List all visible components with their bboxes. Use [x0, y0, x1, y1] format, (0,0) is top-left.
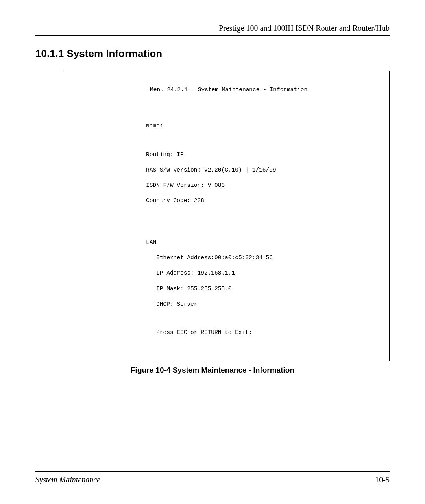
dhcp-line: DHCP: Server — [146, 301, 385, 308]
terminal-screen: Menu 24.2.1 – System Maintenance - Infor… — [63, 71, 390, 361]
routing-line: Routing: IP — [146, 151, 385, 159]
exit-line: Press ESC or RETURN to Exit: — [146, 329, 385, 337]
ip-mask-line: IP Mask: 255.255.255.0 — [146, 285, 385, 293]
section-heading: 10.1.1 System Information — [35, 48, 390, 60]
header-title: Prestige 100 and 100IH ISDN Router and R… — [219, 24, 390, 32]
menu-title: Menu 24.2.1 – System Maintenance - Infor… — [67, 86, 385, 94]
isdn-version-line: ISDN F/W Version: V 083 — [146, 182, 385, 190]
name-label: Name: — [146, 122, 385, 130]
footer-right: 10-5 — [375, 475, 390, 484]
page-footer: System Maintenance 10-5 — [35, 471, 390, 484]
ethernet-line: Ethernet Address:00:a0:c5:02:34:56 — [146, 254, 385, 262]
footer-left: System Maintenance — [35, 475, 100, 484]
lan-label: LAN — [146, 239, 385, 247]
figure-caption-text: Figure 10-4 System Maintenance - Informa… — [131, 366, 294, 374]
ras-version-line: RAS S/W Version: V2.20(C.10) | 1/16/99 — [146, 166, 385, 174]
ip-addr-line: IP Address: 192.168.1.1 — [146, 270, 385, 277]
section-heading-text: 10.1.1 System Information — [35, 48, 162, 59]
country-code-line: Country Code: 238 — [146, 197, 385, 205]
figure-caption: Figure 10-4 System Maintenance - Informa… — [35, 366, 390, 375]
page-header: Prestige 100 and 100IH ISDN Router and R… — [35, 24, 390, 36]
